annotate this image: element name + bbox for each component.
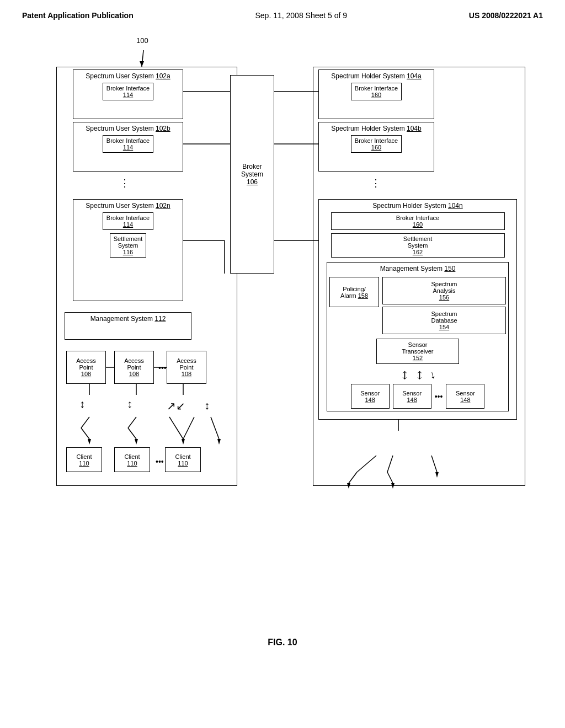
client-110c-label: Client110 bbox=[175, 453, 190, 467]
broker-interface-160a: Broker Interface 160 bbox=[351, 83, 402, 100]
client-110b-label: Client110 bbox=[124, 453, 140, 467]
sensor-148b-box: Sensor148 bbox=[393, 384, 431, 409]
sus-102b-box: Spectrum User System 102b Broker Interfa… bbox=[73, 122, 183, 172]
svg-marker-33 bbox=[347, 483, 350, 489]
management-150-title: Management System 150 bbox=[380, 265, 456, 272]
header-right: US 2008/0222021 A1 bbox=[469, 11, 543, 20]
broker-interface-114n: Broker Interface 114 bbox=[103, 212, 153, 230]
client-dots: ••• bbox=[156, 457, 164, 466]
ap-lightning-4: ↕ bbox=[204, 399, 210, 412]
sus-102n-box: Spectrum User System 102n Broker Interfa… bbox=[73, 199, 183, 301]
svg-line-0 bbox=[142, 50, 143, 67]
broker-interface-160b: Broker Interface 160 bbox=[351, 135, 402, 153]
broker-system-box: BrokerSystem106 bbox=[230, 75, 274, 274]
svg-marker-24 bbox=[182, 439, 185, 445]
ap-108c-box: AccessPoint108 bbox=[167, 351, 206, 384]
svg-marker-27 bbox=[217, 439, 221, 445]
svg-line-31 bbox=[357, 456, 376, 472]
lightning-arrows: ⤡ ⤡ ↓ bbox=[400, 368, 435, 382]
management-150-box: Management System 150 Policing/Alarm 158 bbox=[327, 262, 509, 411]
svg-line-26 bbox=[211, 417, 219, 439]
svg-line-18 bbox=[81, 428, 89, 439]
client-110a-box: Client110 bbox=[66, 447, 102, 472]
dots-left: ⋮ bbox=[120, 177, 130, 189]
spectrum-analysis-label: SpectrumAnalysis156 bbox=[431, 281, 457, 301]
svg-marker-22 bbox=[135, 439, 138, 445]
svg-line-34 bbox=[387, 456, 393, 472]
svg-line-21 bbox=[128, 428, 136, 439]
broker-interface-114a: Broker Interface 114 bbox=[103, 83, 153, 100]
ap-108c-label: AccessPoint108 bbox=[177, 357, 196, 377]
ap-108b-label: AccessPoint108 bbox=[124, 357, 143, 377]
ap-dots: ••• bbox=[158, 363, 167, 372]
svg-marker-19 bbox=[88, 439, 91, 445]
management-112-title: Management System 112 bbox=[90, 315, 166, 323]
header-center: Sep. 11, 2008 Sheet 5 of 9 bbox=[255, 11, 347, 20]
ref-100-label: 100 bbox=[136, 36, 148, 45]
svg-line-32 bbox=[349, 472, 357, 483]
ap-108a-label: AccessPoint108 bbox=[76, 357, 95, 377]
broker-system-label: BrokerSystem106 bbox=[241, 163, 263, 186]
settlement-162-box: SettlementSystem 162 bbox=[331, 233, 505, 258]
svg-line-17 bbox=[81, 417, 89, 428]
page-header: Patent Application Publication Sep. 11, … bbox=[22, 11, 543, 20]
sensor-transceiver-label: SensorTransceiver152 bbox=[402, 341, 433, 361]
broker-interface-160n: Broker Interface 160 bbox=[331, 212, 505, 230]
sus-102n-ref: 102n bbox=[156, 202, 170, 210]
sensor-148a-box: Sensor148 bbox=[351, 384, 390, 409]
svg-line-20 bbox=[128, 417, 136, 428]
ap-lightning-1: ↕ bbox=[79, 399, 85, 412]
sus-102n-title: Spectrum User System 102n bbox=[86, 202, 170, 210]
fig-label: FIG. 10 bbox=[22, 638, 543, 647]
sus-102a-title: Spectrum User System 102a bbox=[86, 72, 170, 80]
svg-marker-36 bbox=[391, 483, 395, 489]
dots-right: ⋮ bbox=[371, 177, 381, 189]
ap-lightning-2: ↕ bbox=[127, 399, 132, 412]
svg-line-35 bbox=[387, 472, 393, 483]
client-110c-box: Client110 bbox=[165, 447, 201, 472]
diagram-area: 100 Spectrum User System 102a Broker Int… bbox=[34, 36, 531, 615]
shs-104b-box: Spectrum Holder System 104b Broker Inter… bbox=[318, 122, 434, 172]
policing-158-box: Policing/Alarm 158 bbox=[329, 277, 379, 307]
sus-102a-box: Spectrum User System 102a Broker Interfa… bbox=[73, 69, 183, 119]
sus-102b-ref: 102b bbox=[156, 125, 170, 132]
sensor-148c-box: Sensor148 bbox=[446, 384, 484, 409]
management-112-ref: 112 bbox=[154, 315, 166, 323]
shs-104a-title: Spectrum Holder System 104a bbox=[331, 72, 421, 80]
ap-108b-box: AccessPoint108 bbox=[114, 351, 154, 384]
header-left: Patent Application Publication bbox=[22, 11, 134, 20]
sensor-dots: ••• bbox=[435, 392, 443, 401]
shs-104n-title: Spectrum Holder System 104n bbox=[372, 202, 462, 210]
sensor-transceiver-152-box: SensorTransceiver152 bbox=[376, 339, 459, 364]
spectrum-db-154-box: SpectrumDatabase154 bbox=[382, 307, 506, 334]
client-110b-box: Client110 bbox=[114, 447, 150, 472]
svg-marker-38 bbox=[435, 472, 439, 478]
broker-interface-114b: Broker Interface 114 bbox=[103, 135, 153, 153]
shs-104n-box: Spectrum Holder System 104n Broker Inter… bbox=[318, 199, 517, 420]
svg-marker-1 bbox=[140, 61, 144, 67]
shs-104a-box: Spectrum Holder System 104a Broker Inter… bbox=[318, 69, 434, 119]
client-110a-label: Client110 bbox=[76, 453, 92, 467]
svg-line-37 bbox=[431, 456, 437, 472]
svg-line-25 bbox=[183, 417, 194, 439]
sensors-row: Sensor148 Sensor148 ••• Sensor148 bbox=[351, 384, 485, 409]
spectrum-analysis-156-box: SpectrumAnalysis156 bbox=[382, 277, 506, 304]
sus-102a-ref: 102a bbox=[156, 72, 170, 80]
management-112-box: Management System 112 bbox=[65, 312, 191, 340]
ap-108a-box: AccessPoint108 bbox=[66, 351, 106, 384]
ap-lightning-3: ↗↙ bbox=[167, 399, 185, 413]
spectrum-db-label: SpectrumDatabase154 bbox=[431, 311, 457, 330]
shs-104b-title: Spectrum Holder System 104b bbox=[331, 125, 421, 132]
page: Patent Application Publication Sep. 11, … bbox=[0, 0, 565, 728]
svg-line-23 bbox=[169, 417, 183, 439]
settlement-116-box: SettlementSystem 116 bbox=[110, 233, 147, 258]
sus-102b-title: Spectrum User System 102b bbox=[86, 125, 170, 132]
policing-158-label: Policing/Alarm 158 bbox=[340, 286, 368, 299]
